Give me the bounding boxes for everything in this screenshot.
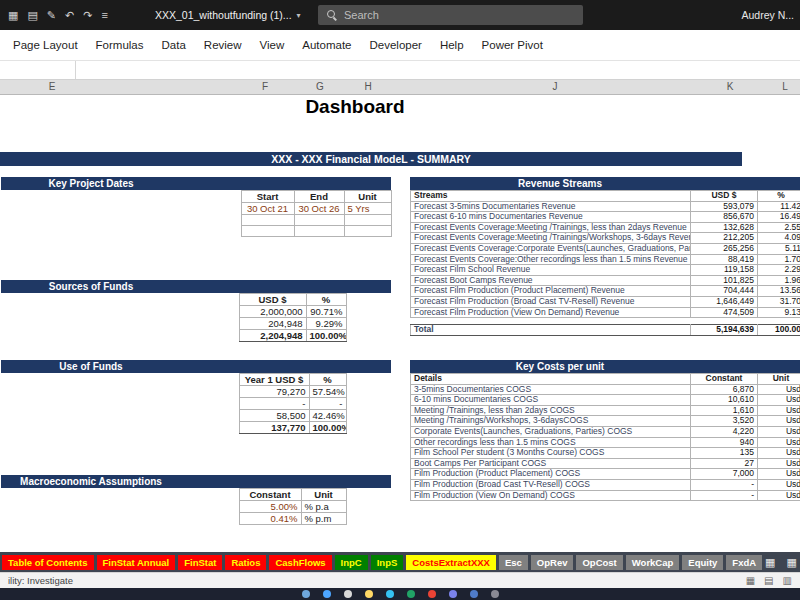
cell[interactable]: Usd xyxy=(758,416,800,427)
undo-icon[interactable]: ↶ xyxy=(65,9,74,22)
cell[interactable]: Meeting /Trainings/Workshops, 3-6daysCOG… xyxy=(411,416,691,427)
cell[interactable]: 4.09 xyxy=(758,233,800,244)
cell[interactable] xyxy=(241,226,294,237)
sheet-tab-oprev[interactable]: OpRev xyxy=(531,555,574,570)
cell[interactable]: Forecast Events Coverage:Other recording… xyxy=(411,254,691,265)
page-title[interactable]: Dashboard xyxy=(0,96,710,118)
cell[interactable]: Forecast Film Production (Product Placem… xyxy=(411,286,691,297)
cell[interactable]: 212,205 xyxy=(691,233,758,244)
cell[interactable] xyxy=(294,215,344,226)
column-header[interactable]: Details xyxy=(411,374,691,385)
column-header-k[interactable]: K xyxy=(727,81,734,92)
sheet-tab-finstat[interactable]: FinStat xyxy=(178,555,222,570)
cell[interactable]: Usd xyxy=(758,479,800,490)
cell[interactable]: 3,520 xyxy=(691,416,758,427)
ribbon-tab-power-pivot[interactable]: Power Pivot xyxy=(473,30,552,61)
column-header[interactable]: Unit xyxy=(758,374,800,385)
ribbon-tab-page-layout[interactable]: Page Layout xyxy=(4,30,87,61)
column-header[interactable]: % xyxy=(309,374,346,386)
name-box[interactable] xyxy=(0,61,76,79)
cell[interactable]: 5,194,639 xyxy=(691,325,758,336)
cell[interactable]: 90.71% xyxy=(306,306,346,318)
cell[interactable]: 1,610 xyxy=(691,405,758,416)
sheet-tab-fxda[interactable]: FxdA xyxy=(726,555,762,570)
cell[interactable]: 5 Yrs xyxy=(344,203,391,215)
cell[interactable]: Forecast Film School Revenue xyxy=(411,265,691,276)
column-header-f[interactable]: F xyxy=(262,81,268,92)
cell[interactable]: 10,610 xyxy=(691,395,758,406)
cell[interactable]: Usd xyxy=(758,490,800,501)
page-break-view-icon[interactable]: ▥ xyxy=(783,575,792,586)
formula-input[interactable] xyxy=(76,61,800,79)
cell[interactable]: 2,000,000 xyxy=(239,306,306,318)
ribbon-tab-formulas[interactable]: Formulas xyxy=(87,30,153,61)
cell[interactable]: % p.m xyxy=(301,513,346,525)
edge-icon[interactable] xyxy=(386,590,394,598)
cell[interactable]: Film Production (View On Demand) COGS xyxy=(411,490,691,501)
cell[interactable] xyxy=(1,203,241,215)
cell[interactable] xyxy=(1,410,239,422)
cell[interactable]: Forecast Film Production (View On Demand… xyxy=(411,307,691,318)
cell[interactable]: 135 xyxy=(691,448,758,459)
start-icon[interactable] xyxy=(323,590,331,598)
search-input[interactable] xyxy=(344,9,544,21)
cell[interactable] xyxy=(1,330,239,342)
sheet-tab-finstat-annual[interactable]: FinStat Annual xyxy=(97,555,176,570)
cell[interactable]: 100.00% xyxy=(309,422,346,434)
column-header[interactable]: USD $ xyxy=(239,294,306,306)
cell[interactable] xyxy=(1,374,239,386)
cell[interactable]: 1.96 xyxy=(758,275,800,286)
sheet-tab-equity[interactable]: Equity xyxy=(682,555,723,570)
cell[interactable]: 704,444 xyxy=(691,286,758,297)
cell[interactable]: 119,158 xyxy=(691,265,758,276)
column-header[interactable]: % xyxy=(758,191,800,202)
cell[interactable]: Other recordings less than 1.5 mins COGS xyxy=(411,437,691,448)
redo-icon[interactable]: ↷ xyxy=(83,9,92,22)
sheet-tab-table-of-contents[interactable]: Table of Contents xyxy=(2,555,94,570)
cell[interactable]: - xyxy=(691,490,758,501)
summary-title-bar[interactable]: XXX - XXX Financial ModeL - SUMMARY xyxy=(0,152,742,166)
column-header[interactable]: USD $ xyxy=(691,191,758,202)
revenue-streams-header[interactable]: Revenue Streams xyxy=(410,177,800,190)
cell[interactable]: Forecast Events Coverage:Corporate Event… xyxy=(411,243,691,254)
cell[interactable]: 2,204,948 xyxy=(239,330,306,342)
cell[interactable]: Meeting /Trainings, less than 2days COGS xyxy=(411,405,691,416)
cell[interactable]: 27 xyxy=(691,458,758,469)
column-header-l[interactable]: L xyxy=(782,81,788,92)
cell[interactable]: Film School Per student (3 Months Course… xyxy=(411,448,691,459)
cell[interactable]: 474,509 xyxy=(691,307,758,318)
cell[interactable]: 856,670 xyxy=(691,212,758,223)
cell[interactable]: Forecast 6-10 mins Documentaries Revenue xyxy=(411,212,691,223)
cell[interactable]: Film Production (Broad Cast TV-Resell) C… xyxy=(411,479,691,490)
cell[interactable]: 2.55 xyxy=(758,222,800,233)
terminal-icon[interactable] xyxy=(491,590,499,598)
key-costs-header[interactable]: Key Costs per unit xyxy=(410,360,800,373)
cell[interactable]: 79,270 xyxy=(239,386,309,398)
sheet-tab-esc[interactable]: Esc xyxy=(499,555,528,570)
cell[interactable] xyxy=(1,422,239,434)
ribbon-tab-help[interactable]: Help xyxy=(431,30,473,61)
column-header[interactable]: Year 1 USD $ xyxy=(239,374,309,386)
save-icon[interactable]: ✎ xyxy=(47,9,56,22)
use-of-funds-header[interactable]: Use of Funds xyxy=(1,360,391,373)
widgets-icon[interactable] xyxy=(302,590,310,598)
column-header[interactable]: Constant xyxy=(239,489,301,501)
cell[interactable]: Usd xyxy=(758,384,800,395)
cell[interactable] xyxy=(1,191,241,203)
document-title-area[interactable]: XXX_01_withoutfunding (1)... ▾ xyxy=(155,0,301,30)
cell[interactable]: 58,500 xyxy=(239,410,309,422)
cell[interactable]: Forecast 3-5mins Documentaries Revenue xyxy=(411,201,691,212)
cell[interactable]: - xyxy=(691,479,758,490)
worksheet-area[interactable]: Dashboard XXX - XXX Financial ModeL - SU… xyxy=(0,95,800,552)
cell[interactable]: 137,770 xyxy=(239,422,309,434)
sheet-grid-icon[interactable]: ▦ xyxy=(765,552,775,572)
cell[interactable]: Forecast Boot Camps Revenue xyxy=(411,275,691,286)
cell[interactable]: Corporate Events(Launches, Graduations, … xyxy=(411,426,691,437)
cell[interactable]: Total xyxy=(411,325,691,336)
cell[interactable]: Usd xyxy=(758,426,800,437)
cell[interactable]: % p.a xyxy=(301,501,346,513)
cell[interactable] xyxy=(344,215,391,226)
sheet-tab-ratios[interactable]: Ratios xyxy=(225,555,266,570)
cell[interactable]: Usd xyxy=(758,437,800,448)
search-taskbar-icon[interactable] xyxy=(344,590,352,598)
